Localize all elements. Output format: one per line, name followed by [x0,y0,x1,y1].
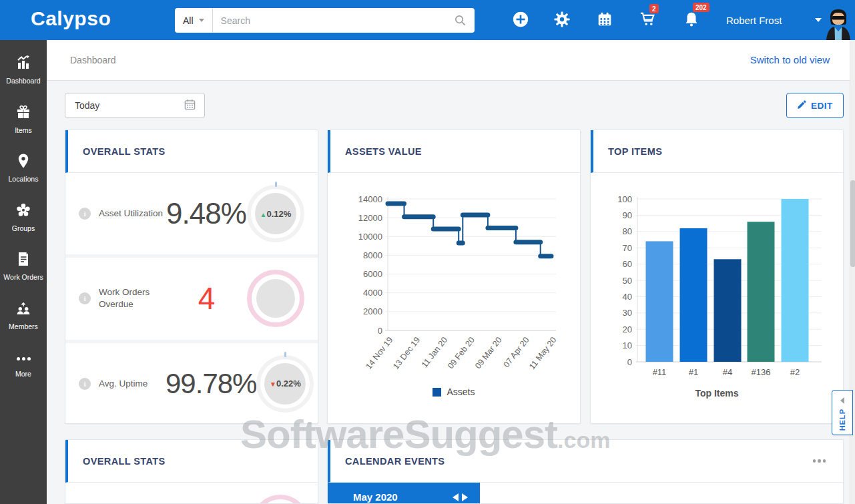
members-icon [15,300,31,319]
items-icon [15,104,31,123]
svg-text:13 Dec 19: 13 Dec 19 [391,335,422,371]
svg-text:90: 90 [623,210,632,220]
cart-button[interactable] [639,11,656,29]
info-icon[interactable]: i [79,292,91,304]
svg-text:#4: #4 [723,367,732,377]
overall-stats-body: i Asset Utilization 9.48% ▲0.12% i Work … [65,173,318,425]
stat-value: 9.48% [166,197,247,230]
info-icon[interactable]: i [79,208,91,220]
calendar-icon [184,98,196,113]
stat-gauge [252,495,309,504]
more-icon [17,350,31,366]
work-orders-icon [15,251,31,270]
add-button[interactable] [512,11,529,29]
calendar-button[interactable] [596,11,613,29]
prev-month-icon[interactable] [453,493,459,501]
info-icon[interactable]: i [79,378,91,390]
chevron-down-icon [199,19,204,22]
overall-stats-card-2: OVERALL STATS [65,439,318,504]
search-icon[interactable] [454,14,467,27]
card-header: OVERALL STATS [65,440,318,483]
help-tab[interactable]: HELP [832,390,853,435]
scrollbar-thumb[interactable] [850,180,855,267]
svg-text:07 Apr 20: 07 Apr 20 [502,335,531,369]
svg-text:0: 0 [378,326,382,336]
card-title: OVERALL STATS [83,456,166,467]
svg-text:#136: #136 [752,367,771,377]
card-header: ASSETS VALUE [328,130,580,173]
sidebar-item-label: Work Orders [3,273,43,281]
sidebar-item-groups[interactable]: Groups [0,193,47,242]
svg-text:11 May 20: 11 May 20 [527,335,558,371]
svg-text:60: 60 [623,259,632,269]
sidebar-item-members[interactable]: Members [0,291,47,340]
sidebar-item-more[interactable]: More [0,340,47,389]
stat-delta: 0.12% [267,209,292,219]
sidebar-item-work-orders[interactable]: Work Orders [0,242,47,291]
user-name: Robert Frost [726,15,782,26]
sidebar-item-label: Groups [12,224,35,232]
svg-text:20: 20 [623,324,632,334]
stat-label: Asset Utilization [99,208,166,220]
svg-text:30: 30 [623,308,632,318]
switch-view-link[interactable]: Switch to old view [750,40,830,80]
app-logo[interactable]: Calypso [31,7,111,30]
gear-icon [553,11,571,30]
edit-button[interactable]: EDIT [786,93,844,118]
trend-up-icon: ▲ [260,211,267,218]
svg-text:09 Mar 20: 09 Mar 20 [473,335,504,370]
user-menu[interactable]: Robert Frost [726,0,822,40]
stat-delta: 0.22% [276,379,301,389]
card-menu-button[interactable] [812,455,828,467]
svg-text:6000: 6000 [363,269,382,279]
map-pin-icon [15,153,31,172]
svg-text:09 Feb 20: 09 Feb 20 [446,335,477,370]
avatar[interactable] [825,7,852,40]
svg-text:10000: 10000 [358,232,382,242]
date-filter-value: Today [75,100,184,111]
svg-text:14000: 14000 [358,194,382,204]
chart-legend[interactable]: Assets [328,387,580,397]
svg-text:#2: #2 [790,367,800,377]
notifications-badge: 202 [693,3,709,12]
svg-text:70: 70 [623,243,632,253]
assets-legend-swatch [433,388,441,397]
svg-text:4000: 4000 [363,288,382,298]
groups-icon [15,202,31,221]
sidebar-item-dashboard[interactable]: Dashboard [0,45,47,95]
sidebar-item-label: More [15,370,31,378]
sidebar-item-items[interactable]: Items [0,95,47,144]
card-header: TOP ITEMS [591,130,843,173]
dashboard-icon [15,55,31,73]
svg-text:14 Nov 19: 14 Nov 19 [364,335,394,371]
notifications-button[interactable] [683,11,700,29]
stat-value: 99.78% [166,368,256,400]
stat-label: Avg. Uptime [99,378,166,390]
overall-stats-2-body [65,483,318,504]
card-title: TOP ITEMS [608,146,662,157]
search-filter-dropdown[interactable]: All [175,8,213,33]
stat-avg-uptime: i Avg. Uptime 99.78% ▼0.22% [65,340,318,425]
next-month-icon[interactable] [462,493,468,501]
page-topbar: Dashboard Switch to old view [47,40,855,81]
overall-stats-card: OVERALL STATS i Asset Utilization 9.48% … [65,130,318,424]
svg-text:11 Jan 20: 11 Jan 20 [420,335,449,369]
breadcrumb: Dashboard [70,40,116,80]
svg-text:#1: #1 [689,367,698,377]
gauge-tick [275,182,277,187]
date-filter[interactable]: Today [65,93,205,118]
svg-text:#11: #11 [653,367,667,377]
assets-value-chart-area: 0200040006000800010000120001400014 Nov 1… [328,173,580,397]
settings-button[interactable] [553,11,571,29]
calendar-month-bar: May 2020 [328,483,480,504]
svg-text:50: 50 [623,276,632,286]
stat-gauge [247,270,304,327]
top-items-chart: 0102030405060708090100#11#1#4#136#2 [591,173,843,384]
svg-text:10: 10 [623,340,632,350]
search-input[interactable] [213,15,454,26]
collapse-left-icon [840,397,844,404]
sidebar-item-locations[interactable]: Locations [0,144,47,193]
svg-text:100: 100 [617,194,632,204]
pencil-icon [797,100,806,111]
svg-text:0: 0 [627,357,632,367]
